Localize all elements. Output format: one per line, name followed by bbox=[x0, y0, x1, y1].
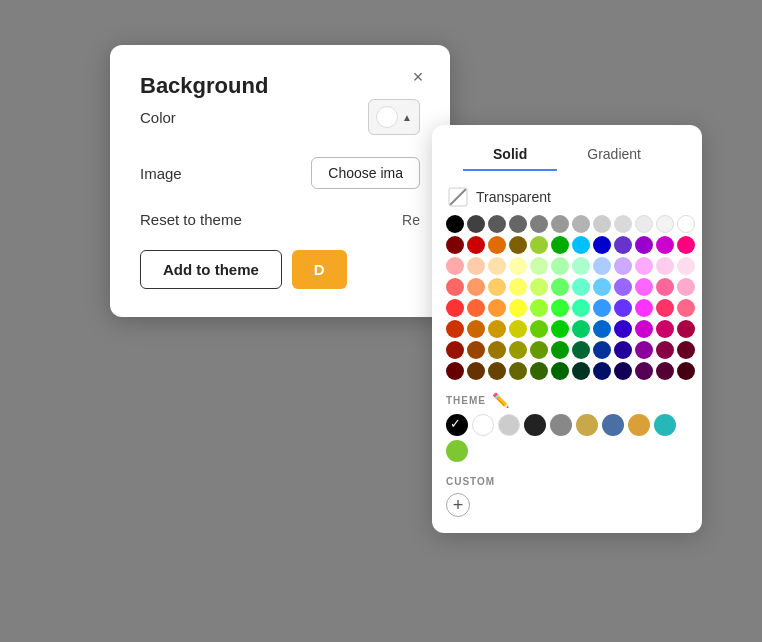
color-dot[interactable] bbox=[446, 215, 464, 233]
color-dot[interactable] bbox=[467, 341, 485, 359]
edit-theme-icon[interactable]: ✏️ bbox=[492, 392, 510, 408]
color-dot[interactable] bbox=[551, 278, 569, 296]
color-dot[interactable] bbox=[593, 257, 611, 275]
color-dot[interactable] bbox=[614, 215, 632, 233]
color-dot[interactable] bbox=[677, 257, 695, 275]
add-to-theme-button[interactable]: Add to theme bbox=[140, 250, 282, 289]
color-dot[interactable] bbox=[593, 362, 611, 380]
color-dot[interactable] bbox=[614, 278, 632, 296]
color-dot[interactable] bbox=[446, 236, 464, 254]
theme-color-dot[interactable] bbox=[524, 414, 546, 436]
color-dot[interactable] bbox=[488, 320, 506, 338]
color-dot[interactable] bbox=[635, 341, 653, 359]
color-dot[interactable] bbox=[572, 278, 590, 296]
color-dot[interactable] bbox=[572, 299, 590, 317]
color-dot[interactable] bbox=[530, 215, 548, 233]
color-dot[interactable] bbox=[635, 320, 653, 338]
color-dot[interactable] bbox=[614, 299, 632, 317]
color-dot[interactable] bbox=[656, 257, 674, 275]
color-dot[interactable] bbox=[593, 320, 611, 338]
tab-solid[interactable]: Solid bbox=[463, 139, 557, 171]
color-dot[interactable] bbox=[656, 341, 674, 359]
color-dot[interactable] bbox=[467, 278, 485, 296]
color-dot[interactable] bbox=[572, 236, 590, 254]
color-dot[interactable] bbox=[635, 257, 653, 275]
color-dot[interactable] bbox=[614, 320, 632, 338]
color-dot[interactable] bbox=[593, 215, 611, 233]
color-dot[interactable] bbox=[593, 236, 611, 254]
theme-color-dot[interactable] bbox=[628, 414, 650, 436]
color-dot[interactable] bbox=[509, 299, 527, 317]
color-dot[interactable] bbox=[677, 362, 695, 380]
color-swatch-button[interactable]: ▲ bbox=[368, 99, 420, 135]
choose-image-button[interactable]: Choose ima bbox=[311, 157, 420, 189]
add-custom-color-button[interactable]: + bbox=[446, 493, 470, 517]
color-dot[interactable] bbox=[509, 341, 527, 359]
color-dot[interactable] bbox=[656, 236, 674, 254]
color-dot[interactable] bbox=[509, 257, 527, 275]
color-dot[interactable] bbox=[446, 299, 464, 317]
color-dot[interactable] bbox=[530, 236, 548, 254]
color-dot[interactable] bbox=[509, 215, 527, 233]
color-dot[interactable] bbox=[551, 341, 569, 359]
color-dot[interactable] bbox=[551, 257, 569, 275]
theme-color-dot[interactable] bbox=[576, 414, 598, 436]
color-dot[interactable] bbox=[509, 236, 527, 254]
theme-color-dot[interactable] bbox=[498, 414, 520, 436]
color-dot[interactable] bbox=[488, 299, 506, 317]
color-dot[interactable] bbox=[467, 257, 485, 275]
color-dot[interactable] bbox=[509, 362, 527, 380]
color-dot[interactable] bbox=[572, 362, 590, 380]
color-dot[interactable] bbox=[509, 278, 527, 296]
color-dot[interactable] bbox=[677, 236, 695, 254]
color-dot[interactable] bbox=[677, 299, 695, 317]
color-dot[interactable] bbox=[530, 341, 548, 359]
color-dot[interactable] bbox=[488, 215, 506, 233]
color-dot[interactable] bbox=[677, 278, 695, 296]
done-button[interactable]: D bbox=[292, 250, 347, 289]
tab-gradient[interactable]: Gradient bbox=[557, 139, 671, 171]
color-dot[interactable] bbox=[572, 320, 590, 338]
theme-color-dot[interactable] bbox=[602, 414, 624, 436]
color-dot[interactable] bbox=[593, 278, 611, 296]
theme-color-dot[interactable] bbox=[446, 440, 468, 462]
color-dot[interactable] bbox=[656, 320, 674, 338]
color-dot[interactable] bbox=[488, 257, 506, 275]
color-dot[interactable] bbox=[446, 257, 464, 275]
color-dot[interactable] bbox=[530, 299, 548, 317]
color-dot[interactable] bbox=[467, 299, 485, 317]
color-dot[interactable] bbox=[488, 236, 506, 254]
color-dot[interactable] bbox=[656, 362, 674, 380]
color-dot[interactable] bbox=[677, 341, 695, 359]
color-dot[interactable] bbox=[551, 362, 569, 380]
color-dot[interactable] bbox=[509, 320, 527, 338]
color-dot[interactable] bbox=[467, 320, 485, 338]
color-dot[interactable] bbox=[572, 257, 590, 275]
color-dot[interactable] bbox=[614, 257, 632, 275]
color-dot[interactable] bbox=[656, 215, 674, 233]
color-dot[interactable] bbox=[614, 236, 632, 254]
color-dot[interactable] bbox=[446, 341, 464, 359]
color-dot[interactable] bbox=[488, 341, 506, 359]
color-dot[interactable] bbox=[446, 320, 464, 338]
color-dot[interactable] bbox=[572, 215, 590, 233]
theme-color-dot[interactable] bbox=[446, 414, 468, 436]
reset-theme-link[interactable]: Re bbox=[402, 212, 420, 228]
color-dot[interactable] bbox=[530, 257, 548, 275]
color-dot[interactable] bbox=[551, 215, 569, 233]
color-dot[interactable] bbox=[677, 215, 695, 233]
color-dot[interactable] bbox=[635, 362, 653, 380]
color-dot[interactable] bbox=[467, 362, 485, 380]
color-dot[interactable] bbox=[572, 341, 590, 359]
color-dot[interactable] bbox=[635, 215, 653, 233]
color-dot[interactable] bbox=[635, 278, 653, 296]
color-dot[interactable] bbox=[530, 320, 548, 338]
color-dot[interactable] bbox=[593, 299, 611, 317]
color-dot[interactable] bbox=[677, 320, 695, 338]
color-dot[interactable] bbox=[488, 278, 506, 296]
color-dot[interactable] bbox=[614, 362, 632, 380]
color-dot[interactable] bbox=[530, 278, 548, 296]
color-dot[interactable] bbox=[635, 236, 653, 254]
theme-color-dot[interactable] bbox=[550, 414, 572, 436]
color-dot[interactable] bbox=[614, 341, 632, 359]
